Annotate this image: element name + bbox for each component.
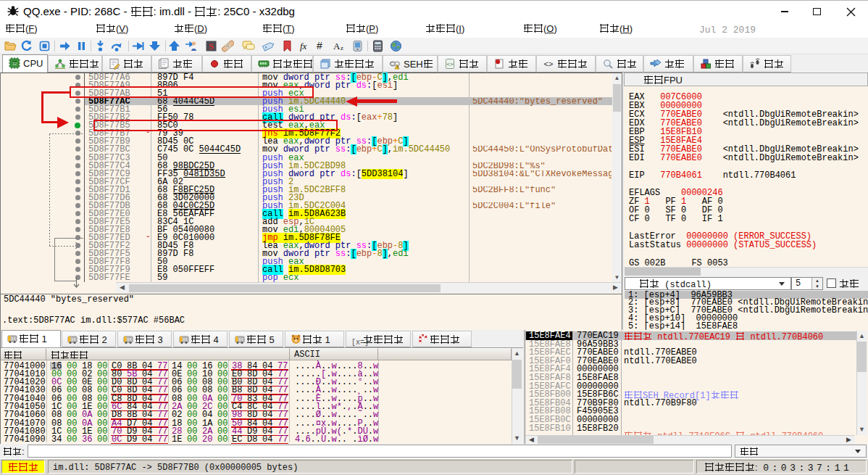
svg-text:32: 32 (12, 62, 17, 66)
svg-text:#: # (317, 40, 322, 51)
svg-text:S: S (209, 41, 214, 51)
svg-text:z: z (341, 44, 343, 51)
svg-text:A: A (333, 41, 341, 51)
svg-text:<>: <> (544, 59, 554, 68)
svg-text:<>: <> (446, 61, 454, 67)
svg-text:fx: fx (300, 41, 307, 51)
